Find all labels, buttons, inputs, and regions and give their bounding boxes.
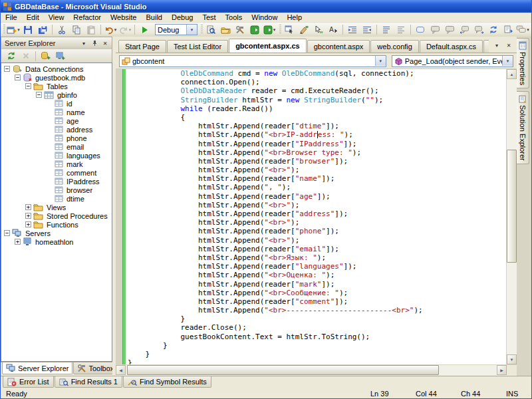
types-dropdown[interactable]: gbcontent ▼ [119, 55, 386, 67]
window-position-button[interactable]: ▾ [78, 39, 89, 49]
navigate-forward-button[interactable]: ▾ [262, 23, 277, 37]
members-dropdown[interactable]: Page_Load(object sender, EventArgs e) ▼ [392, 55, 513, 67]
tab-test-list-editor[interactable]: Test List Editor [167, 40, 228, 53]
tree-item-age[interactable]: age [1, 116, 112, 125]
tree-item-name[interactable]: name [1, 108, 112, 116]
options-button[interactable] [233, 23, 247, 37]
title-bar[interactable]: GBDataBase - Microsoft Visual Studio [1, 0, 531, 13]
tree-item-mark[interactable]: mark [1, 160, 112, 168]
expand-icon[interactable]: + [25, 221, 31, 227]
menu-debug[interactable]: Debug [167, 13, 198, 22]
collapse-icon[interactable]: − [15, 74, 21, 80]
tab-server-explorer[interactable]: Server Explorer [2, 362, 72, 374]
menu-view[interactable]: View [44, 13, 69, 22]
tab-properties[interactable]: Properties [517, 38, 529, 88]
menu-build[interactable]: Build [141, 13, 166, 22]
tab-gbcontent-aspx-cs[interactable]: gbcontent.aspx.cs [229, 39, 307, 53]
tab-solution-explorer[interactable]: Solution Explorer [517, 91, 529, 164]
tree-item-id[interactable]: id [1, 99, 112, 108]
tree-item-ipaddress[interactable]: IPaddress [1, 177, 112, 186]
tab-default-aspx-cs[interactable]: Default.aspx.cs [420, 40, 483, 53]
find-in-files-button[interactable] [203, 23, 218, 37]
refresh-button[interactable] [4, 49, 19, 63]
increase-indent-button[interactable] [360, 23, 374, 37]
previous-comment-button[interactable] [457, 23, 471, 37]
save-all-button[interactable] [35, 23, 50, 37]
scroll-left-button[interactable]: ◀ [116, 365, 126, 375]
menu-tools[interactable]: Tools [221, 13, 247, 22]
horizontal-scrollbar[interactable]: ◀ ▶ [116, 365, 507, 376]
tab-find-results-1[interactable]: Find Results 1 [55, 376, 122, 388]
code-editor[interactable]: OleDbCommand cmd = new OleDbCommand(sql,… [126, 69, 506, 364]
tree-item-dtime[interactable]: dtime [1, 194, 112, 203]
horizontal-scroll-thumb[interactable] [127, 365, 439, 375]
collapse-icon[interactable]: − [4, 66, 10, 72]
task-comments-button[interactable]: ▾ [515, 23, 530, 37]
copy-button[interactable] [69, 23, 84, 37]
tree-item-homeathlon[interactable]: +homeathlon [1, 237, 112, 246]
connect-to-database-button[interactable] [38, 49, 53, 63]
close-panel-button[interactable]: ✕ [100, 39, 110, 49]
cut-button[interactable] [55, 23, 69, 37]
tree-item-languages[interactable]: languages [1, 151, 112, 160]
menu-website[interactable]: Website [106, 13, 142, 22]
menu-window[interactable]: Window [247, 13, 282, 22]
synchronize-views-button[interactable] [486, 23, 501, 37]
comment-button[interactable] [428, 23, 442, 37]
auto-hide-pin-button[interactable] [89, 39, 100, 49]
tree-item-tables[interactable]: −Tables [1, 82, 112, 90]
tab-gbcontent-aspx[interactable]: gbcontent.aspx [307, 40, 370, 53]
document-list-button[interactable]: ▾ [491, 41, 502, 51]
tree-item-phone[interactable]: phone [1, 134, 112, 142]
tree-item-browser[interactable]: browser [1, 186, 112, 194]
collapse-icon[interactable]: − [4, 230, 10, 236]
collapse-icon[interactable]: − [25, 83, 31, 89]
scroll-right-button[interactable]: ▶ [497, 365, 507, 375]
tree-item-email[interactable]: email [1, 142, 112, 151]
vertical-scrollbar[interactable]: ▲ ▼ [506, 69, 517, 364]
tree-item-servers[interactable]: −Servers [1, 229, 112, 237]
tree-item-gbinfo[interactable]: −gbinfo [1, 90, 112, 99]
next-comment-button[interactable] [471, 23, 486, 37]
vertical-scroll-track[interactable] [507, 79, 517, 354]
menu-refactor[interactable]: Refactor [68, 13, 106, 22]
expand-icon[interactable]: + [25, 213, 31, 219]
view-designer-button[interactable] [282, 23, 297, 37]
add-new-item-button[interactable]: ▾ [6, 23, 21, 37]
vertical-scroll-thumb[interactable] [507, 150, 517, 263]
div-outline-button[interactable] [413, 23, 428, 37]
tree-item-address[interactable]: address [1, 125, 112, 134]
scroll-down-button[interactable]: ▼ [507, 354, 517, 364]
chevron-down-icon[interactable]: ▼ [375, 56, 386, 66]
tab-web-config[interactable]: web.config [370, 40, 419, 53]
expand-icon[interactable]: + [15, 239, 21, 245]
start-debugging-button[interactable] [137, 23, 152, 37]
tab-default-aspx[interactable]: Default.aspx [483, 40, 489, 53]
font-button[interactable]: A [326, 23, 340, 37]
breakpoint-margin[interactable] [116, 69, 122, 364]
uncomment-button[interactable] [442, 23, 457, 37]
scroll-up-button[interactable]: ▲ [507, 69, 517, 79]
edit-pointer-button[interactable] [311, 23, 326, 37]
menu-file[interactable]: File [1, 13, 22, 22]
connect-to-server-button[interactable] [53, 49, 67, 63]
align-top-button[interactable] [394, 23, 408, 37]
decrease-indent-button[interactable] [345, 23, 360, 37]
tab-start-page[interactable]: Start Page [118, 40, 166, 53]
tab-find-symbol-results[interactable]: Find Symbol Results [123, 376, 211, 388]
tree-item-data-connections[interactable]: −Data Connections [1, 65, 112, 73]
view-in-browser-button[interactable] [501, 23, 515, 37]
format-painter-button[interactable] [297, 23, 311, 37]
save-button[interactable] [21, 23, 35, 37]
horizontal-scroll-track[interactable] [126, 365, 497, 376]
align-center-button[interactable] [379, 23, 394, 37]
tree-item-guestbook-mdb[interactable]: −guestbook.mdb [1, 73, 112, 82]
undo-button[interactable]: ▾ [103, 23, 118, 37]
menu-edit[interactable]: Edit [22, 13, 44, 22]
panel-header[interactable]: Server Explorer ▾ ✕ [1, 37, 112, 49]
tab-toolbox[interactable]: Toolbox [73, 362, 118, 374]
tab-error-list[interactable]: Error List [3, 376, 54, 388]
navigate-backward-button[interactable] [247, 23, 262, 37]
chevron-down-icon[interactable]: ▼ [502, 56, 513, 66]
collapse-icon[interactable]: − [36, 92, 42, 98]
